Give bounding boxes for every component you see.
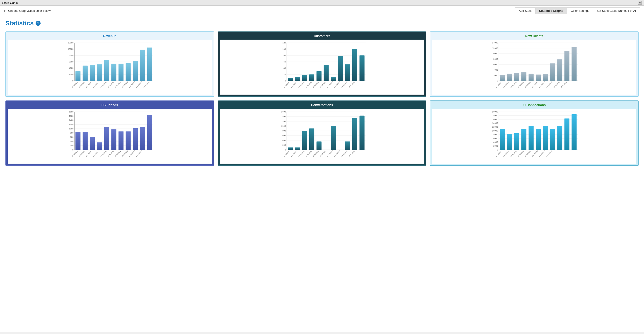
svg-text:03-31-2022: 03-31-2022 [136,81,142,88]
svg-text:01-19-2022: 01-19-2022 [122,81,128,88]
svg-text:05-14-2022: 05-14-2022 [560,81,567,88]
chart-card-fbfriends: FB Friends020040060080010001200140016001… [6,100,214,166]
svg-rect-181 [316,142,321,150]
svg-rect-145 [140,127,145,150]
nav-btn-3[interactable]: Set Stats/Goals Names For All [593,7,640,14]
svg-text:02-18-2021: 02-18-2021 [305,81,312,88]
svg-rect-227 [536,129,541,150]
svg-text:14000: 14000 [492,122,498,124]
svg-text:07-13-2021: 07-13-2021 [319,81,326,88]
svg-rect-97 [529,74,534,81]
svg-text:12000: 12000 [68,42,74,44]
choose-icon: 🗋 [4,9,7,13]
svg-rect-102 [564,51,570,81]
chart-svg-wrap-conversations[interactable]: 0200400600800100012001400160001-08-20210… [220,109,424,164]
svg-rect-142 [118,132,124,150]
svg-rect-20 [104,60,109,81]
help-icon[interactable]: ? [36,21,40,26]
nav-btn-0[interactable]: Add Stats [515,7,535,14]
svg-text:1600: 1600 [69,115,74,117]
svg-rect-230 [558,126,562,150]
svg-text:80: 80 [284,54,286,57]
nav-buttons: Add StatsStatistics GraphsColor Settings… [515,7,640,14]
svg-text:02-18-2021: 02-18-2021 [517,81,524,88]
chart-card-liconnections: LI Connections02000400060008000100001200… [430,100,638,166]
svg-text:8000: 8000 [494,134,498,136]
svg-text:02-13-2021: 02-13-2021 [510,81,517,88]
svg-rect-183 [331,126,336,150]
svg-text:07-05-2021: 07-05-2021 [107,81,114,88]
svg-rect-138 [90,137,95,150]
svg-rect-225 [522,129,526,150]
nav-btn-2[interactable]: Color Settings [567,7,593,14]
svg-text:1600: 1600 [281,111,286,113]
svg-text:01-16-2021: 01-16-2021 [291,150,298,157]
svg-text:18000: 18000 [492,115,498,117]
chart-svg-wrap-customers[interactable]: 02040608010012001-08-202101-16-202102-13… [220,40,424,95]
svg-rect-185 [345,142,350,150]
svg-text:0: 0 [284,80,286,82]
choose-color-label: 🗋 Choose Graph/Stats color below [4,9,50,13]
nav-btn-1[interactable]: Statistics Graphs [536,7,567,14]
chart-svg-wrap-newclients[interactable]: 0200040006000800010000120001400001-08-20… [432,40,636,95]
svg-text:4000: 4000 [494,141,498,143]
svg-rect-136 [76,132,80,150]
svg-rect-57 [309,74,314,81]
svg-rect-24 [133,61,138,81]
svg-text:07-11-2021: 07-11-2021 [114,81,121,88]
svg-rect-144 [133,128,138,150]
chart-card-conversations: Conversations020040060080010001200140016… [218,100,426,166]
svg-text:1000: 1000 [69,128,74,130]
svg-text:01-08-2021: 01-08-2021 [284,81,290,88]
svg-text:01-16-2021: 01-16-2021 [78,81,85,88]
svg-rect-146 [147,115,152,150]
chart-card-customers: Customers02040608010012001-08-202101-16-… [218,31,426,97]
svg-text:02-19-2021: 02-19-2021 [312,81,319,88]
chart-title-conversations: Conversations [220,103,424,107]
svg-rect-19 [97,64,102,81]
svg-text:02-13-2021: 02-13-2021 [298,81,305,88]
svg-rect-139 [97,142,102,150]
svg-text:03-16-2022: 03-16-2022 [334,81,340,88]
chart-svg-wrap-liconnections[interactable]: 0200040006000800010000120001400016000180… [432,109,636,164]
svg-text:02-13-2021: 02-13-2021 [298,150,305,157]
svg-text:03-16-2022: 03-16-2022 [334,150,340,157]
svg-rect-64 [360,55,364,81]
svg-text:12000: 12000 [492,47,498,49]
svg-text:02-13-2021: 02-13-2021 [86,81,92,88]
svg-rect-178 [295,148,300,150]
svg-text:0: 0 [72,149,74,151]
chart-svg-wrap-revenue[interactable]: 02000400060008000100001200001-08-202101-… [8,40,212,95]
svg-text:05-14-2022: 05-14-2022 [348,81,355,88]
svg-text:07-13-2021: 07-13-2021 [524,150,531,157]
svg-text:200: 200 [282,144,286,146]
svg-text:02-18-2021: 02-18-2021 [305,150,312,157]
svg-text:10000: 10000 [68,48,74,50]
svg-text:02-13-2021: 02-13-2021 [503,150,510,157]
svg-text:0: 0 [497,80,498,82]
svg-text:4000: 4000 [69,67,74,69]
svg-rect-55 [295,77,300,81]
svg-rect-143 [126,132,131,150]
svg-text:8000: 8000 [494,58,498,60]
svg-text:05-14-2022: 05-14-2022 [546,150,553,157]
svg-rect-223 [507,134,512,150]
svg-text:1200: 1200 [69,123,74,126]
svg-text:03-16-2022: 03-16-2022 [546,81,553,88]
svg-text:07-13-2021: 07-13-2021 [319,150,326,157]
svg-text:1000: 1000 [281,125,286,127]
svg-text:1400: 1400 [281,115,286,118]
chart-svg-wrap-fbfriends[interactable]: 02004006008001000120014001600180001-08-2… [8,109,212,164]
svg-rect-231 [564,118,570,150]
svg-rect-18 [90,65,95,81]
svg-text:16000: 16000 [492,118,498,121]
svg-rect-16 [76,71,80,81]
chart-card-revenue: Revenue02000400060008000100001200001-08-… [6,31,214,97]
close-button[interactable]: ✕ [638,1,642,4]
svg-text:03-31-2022: 03-31-2022 [341,150,348,157]
svg-text:01-19-2022: 01-19-2022 [326,81,333,88]
svg-text:6000: 6000 [494,63,498,66]
svg-text:03-31-2022: 03-31-2022 [553,81,560,88]
svg-text:12000: 12000 [492,126,498,128]
svg-text:02-18-2021: 02-18-2021 [93,150,100,157]
